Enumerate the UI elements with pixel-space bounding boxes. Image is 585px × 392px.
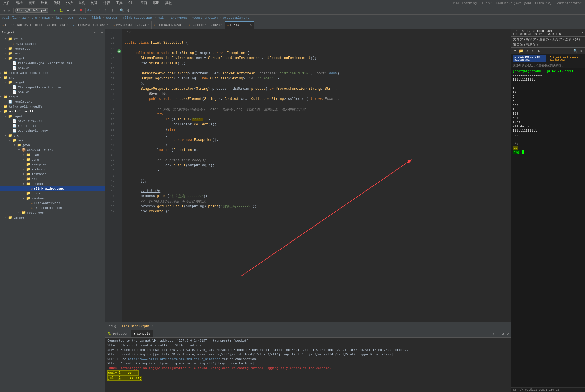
xshell-menu-view[interactable]: 查看(V) [539,37,551,41]
tree-item-stream[interactable]: ▼ 📁 stream [0,181,105,186]
tree-item-result2[interactable]: 📄 result.txt [0,123,105,128]
tree-item-mykafkautil[interactable]: ☕ MyKafkaUtil [0,41,105,46]
menu-run[interactable]: 运行 [102,0,111,6]
tree-item-src[interactable]: ▼ 📁 src [0,75,105,80]
toolbar-back-btn[interactable]: ◁ [1,8,6,13]
menu-edit[interactable]: 编辑 [15,0,24,6]
breadcrumb-main[interactable]: main [42,16,50,20]
tree-item-iceberg[interactable]: ▷ 📁 iceberg [0,167,105,172]
xshell-session-2[interactable]: ● 2 192.168.1.129-bigdata02 [548,55,584,62]
tree-item-wudl-java[interactable]: ▼ 📁 java [0,143,105,148]
stop-btn[interactable]: ■ [78,8,84,13]
tree-item-instance[interactable]: ▼ 📁 instance [0,172,105,177]
tree-item-transformation[interactable]: ☕ TransFormcation [0,206,105,210]
tree-item-target[interactable]: ▼ 📁 target [0,56,105,61]
menu-help[interactable]: 帮助 [152,0,161,6]
tree-item-resources[interactable]: ▷ 📁 resources [0,46,105,51]
menu-build[interactable]: 构建 [90,0,99,6]
menu-navigate[interactable]: 导航 [40,0,49,6]
tab-debugger[interactable]: 🐛 Debugger [105,330,131,337]
tree-item-pom1[interactable]: 📄 pom.xml [0,66,105,70]
tab-mykafkautil[interactable]: ☕ MyKafkaUtil.java × [111,21,152,29]
xshell-menu-window[interactable]: 窗口(W) [513,43,525,47]
xshell-new-btn[interactable]: + [513,48,518,53]
menu-tools[interactable]: 工具 [115,0,124,6]
menu-file[interactable]: 文件 [2,0,11,6]
tree-item-resources2[interactable]: ▷ 📁 resources [0,210,105,215]
tab-console[interactable]: ▶ Console [131,330,153,337]
sidebar-close-icon[interactable]: — [101,30,103,35]
xshell-menu-edit[interactable]: 编辑(E) [526,37,538,41]
tree-item-hive-site[interactable]: 📄 hive-site.xml [0,119,105,123]
xshell-menu-tabs[interactable]: 选项卡(A) [565,37,580,41]
run-btn[interactable]: ▶ [52,8,58,13]
xshell-menu-tools[interactable]: 工具(T) [552,37,564,41]
breadcrumb-class[interactable]: Flink_SideOutput [123,16,153,20]
tree-item-wudl-flink[interactable]: ▼ 📁 wudl-flink-12 [0,109,105,114]
breadcrumb-process-element[interactable]: processElement [223,16,249,20]
breadcrumb-method-main[interactable]: main [158,16,165,20]
menu-window[interactable]: 窗口 [139,0,148,6]
xshell-search-btn[interactable]: 🔍 [573,48,578,53]
tree-item-wudl-src[interactable]: ▼ 📁 src [0,133,105,138]
tree-item-utils[interactable]: ▼ 📁 utils [0,37,105,41]
run-line-23[interactable]: ▶ [117,49,121,53]
search-everywhere-btn[interactable]: 🔍 [119,8,125,13]
tree-item-kafka-hdfs[interactable]: ▷ 📁 kafkaToFlinkToHdfs [0,104,105,109]
menu-git[interactable]: Git [127,1,136,6]
menu-code[interactable]: 代码 [52,0,61,6]
tab-flinkcdc[interactable]: ☕ FlinkCdc.java × [152,21,187,29]
tree-item-target2[interactable]: ▷ 📁 target [0,80,105,85]
tree-item-sql[interactable]: ▷ 📁 sql [0,177,105,181]
breadcrumb-project[interactable]: wudl-flink-12 [2,16,26,20]
xshell-settings-btn2[interactable]: ⚙ [579,48,584,53]
sidebar-expand-icon[interactable]: ≡ [97,30,100,35]
tree-item-com-wudl-flink[interactable]: ▼ 📦 com.wudl.flink [0,148,105,152]
tree-item-userbehavior[interactable]: 📄 UserBehavior.csv [0,128,105,133]
tree-item-wudl-main[interactable]: ▼ 📁 main [0,138,105,143]
code-editor[interactable]: 19 20 21 22 23 24 25 26 27 28 29 30 31 3… [105,29,511,322]
menu-other[interactable]: 其他 [164,0,173,6]
tree-item-examples[interactable]: ▷ 📁 examples [0,162,105,167]
debug-file[interactable]: Flink_SideOutput [120,324,150,328]
git-check-icon[interactable]: ✓ [96,8,102,13]
menu-analyze[interactable]: 分析 [65,0,74,6]
tree-item-mock-logger[interactable]: ▷ 📁 Flink-wudl-mock-logger [0,70,105,75]
terminal-copy-btn[interactable]: ⊡ [501,332,505,336]
git-update-icon[interactable]: ↑ [103,8,108,13]
xshell-close-btn[interactable]: × [581,31,583,34]
breadcrumb-flink[interactable]: flink [91,16,101,20]
tab-baselogapp[interactable]: ☕ BaseLogApp.java × [186,21,225,29]
tab-close-4[interactable]: × [182,23,184,26]
xshell-session-1[interactable]: 1 192.168.1.130-bigdata01 [513,55,546,62]
xshell-refresh-btn[interactable]: ↻ [536,48,542,53]
breadcrumb-wudl[interactable]: wudl [79,16,86,20]
coverage-btn[interactable]: ☂ [65,8,71,13]
xshell-forward-btn[interactable]: ▷ [530,48,536,53]
tree-item-iml[interactable]: 📄 flink-wudl-gmall-realtime.iml [0,61,105,66]
profile-btn[interactable]: ⊕ [72,8,77,13]
tree-item-windows[interactable]: ▼ 📁 windows [0,196,105,201]
xshell-content[interactable]: [root@bigdata001 ~]# nc -lk 9999 aaaaaaa… [511,68,585,387]
tree-item-utils2[interactable]: ▷ 📁 utils [0,191,105,196]
sidebar-settings-icon[interactable]: ⚙ [94,30,97,35]
tree-item-wudl-input[interactable]: ▼ 📁 input [0,114,105,119]
toolbar-forward-btn[interactable]: ▷ [7,8,12,13]
git-push-icon[interactable]: ↓ [110,8,115,13]
tree-item-flinkwatermark[interactable]: ☕ FlinkWaterMark [0,201,105,206]
terminal-settings-btn[interactable]: ⚙ [506,332,509,336]
xshell-open-btn[interactable]: 📂 [519,48,524,53]
tree-item-flink-sideoutput[interactable]: ☕ Flink_SideOutput [0,186,105,191]
menu-view[interactable]: 视图 [27,0,36,6]
project-selector[interactable]: Flink_SideOutput [15,8,48,13]
code-content[interactable]: */ public class Flink_SideOutput { publi… [122,29,511,322]
tab-flink-sideoutput[interactable]: ☕ Flink_S... × [225,21,254,29]
tab-close-1[interactable]: × [66,23,68,26]
xshell-back-btn[interactable]: ◁ [525,48,530,53]
tab-close-2[interactable]: × [107,23,108,26]
xshell-menu-file[interactable]: 文件(F) [513,37,525,41]
tree-item-bean[interactable]: ▷ 📁 bean [0,152,105,157]
xshell-menu-help[interactable]: 帮助(H) [526,43,538,47]
debug-btn[interactable]: 🐛 [58,8,64,13]
tree-item-pom2[interactable]: 📄 pom.xml [0,90,105,95]
